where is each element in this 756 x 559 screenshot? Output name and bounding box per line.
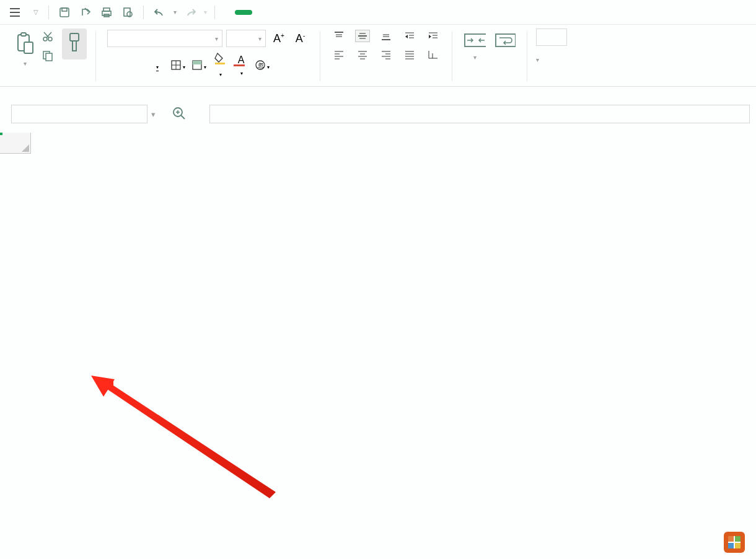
zoom-icon[interactable] — [172, 107, 186, 122]
annotation-arrow — [90, 374, 288, 511]
tab-developer[interactable] — [460, 9, 470, 16]
svg-rect-26 — [215, 63, 225, 64]
align-bottom-button[interactable] — [379, 30, 393, 42]
separator — [527, 32, 527, 81]
svg-rect-18 — [46, 53, 52, 61]
hamburger-icon[interactable] — [6, 6, 24, 19]
svg-rect-11 — [21, 33, 26, 36]
ribbon: ▾ — [0, 25, 756, 87]
redo-icon[interactable] — [182, 6, 199, 19]
alignment-group — [323, 29, 449, 62]
copy-button[interactable] — [40, 49, 59, 64]
tab-formula[interactable] — [324, 9, 334, 16]
underline-button[interactable]: ▾ — [149, 60, 164, 73]
increase-font-button[interactable]: A+ — [270, 31, 288, 46]
fill-color-button[interactable]: ▾ — [213, 52, 227, 81]
menu-tabs — [235, 9, 470, 16]
cut-button[interactable] — [40, 30, 59, 45]
separator — [214, 6, 215, 19]
chevron-down-icon: ▾ — [258, 35, 262, 42]
font-color-button[interactable]: A ▾ — [234, 53, 248, 79]
tab-security[interactable] — [433, 9, 443, 16]
svg-rect-72 — [735, 536, 741, 542]
logo-icon — [724, 532, 745, 553]
svg-rect-6 — [102, 11, 111, 15]
separator — [143, 6, 144, 19]
wrap-text-button[interactable] — [491, 29, 518, 55]
paste-button[interactable]: ▾ — [12, 29, 37, 70]
formula-bar-row: ▾ — [0, 102, 756, 126]
undo-icon[interactable] — [151, 6, 169, 19]
align-middle-button[interactable] — [355, 30, 370, 42]
tab-home[interactable] — [235, 10, 252, 15]
watermark — [724, 532, 750, 553]
justify-button[interactable] — [402, 48, 417, 61]
tab-view[interactable] — [406, 9, 416, 16]
separator — [48, 6, 49, 19]
wrap-icon — [493, 31, 516, 50]
format-painter-button[interactable] — [62, 29, 87, 59]
tab-data[interactable] — [351, 9, 361, 16]
font-group: ▾ ▾ A+ A- ▾ ▾ ▾ ▾ — [99, 29, 317, 82]
svg-rect-12 — [24, 42, 33, 53]
svg-rect-20 — [73, 41, 76, 51]
cell-style-button[interactable]: ▾ — [191, 59, 206, 74]
svg-marker-69 — [91, 376, 115, 397]
print-preview-icon[interactable] — [120, 6, 136, 19]
name-box-dropdown[interactable]: ▾ — [147, 110, 159, 119]
tab-review[interactable] — [379, 9, 389, 16]
decrease-font-button[interactable]: A- — [292, 31, 309, 46]
currency-button[interactable]: ▾ — [536, 52, 539, 65]
svg-rect-25 — [193, 61, 201, 64]
svg-rect-71 — [728, 536, 734, 542]
increase-indent-button[interactable] — [426, 30, 441, 42]
merge-wrap-group: ▾ — [455, 29, 524, 64]
chevron-down-icon: ▾ — [215, 35, 218, 42]
align-top-button[interactable] — [332, 30, 346, 42]
svg-line-66 — [181, 115, 185, 119]
svg-rect-19 — [70, 33, 79, 41]
number-format-combo[interactable] — [536, 29, 567, 46]
print-icon[interactable] — [99, 6, 115, 19]
undo-dropdown-icon[interactable]: ▾ — [174, 9, 177, 15]
save-icon[interactable] — [56, 6, 73, 19]
phonetic-button[interactable]: 忽▾ — [255, 59, 270, 74]
top-menu-bar: ▽ ▾ ▾ — [0, 0, 756, 25]
number-format-group: ▾ — [530, 29, 573, 65]
borders-button[interactable]: ▾ — [170, 59, 185, 74]
svg-text:忽: 忽 — [257, 62, 264, 69]
svg-rect-3 — [60, 8, 69, 17]
select-all-button[interactable] — [0, 133, 31, 154]
separator — [95, 32, 96, 81]
merge-center-button[interactable]: ▾ — [461, 29, 488, 64]
font-size-combo[interactable]: ▾ — [226, 30, 266, 47]
separator — [452, 32, 452, 81]
clipboard-group: ▾ — [6, 29, 93, 70]
svg-rect-74 — [735, 543, 741, 548]
align-right-button[interactable] — [379, 48, 393, 61]
decrease-indent-button[interactable] — [402, 30, 417, 42]
align-center-button[interactable] — [355, 48, 370, 61]
separator — [320, 32, 320, 81]
svg-rect-4 — [62, 8, 67, 11]
brush-icon — [66, 31, 83, 55]
scissors-icon — [42, 31, 53, 44]
formula-input[interactable] — [209, 105, 750, 123]
tab-insert[interactable] — [270, 9, 279, 16]
svg-rect-73 — [728, 543, 734, 548]
font-name-combo[interactable]: ▾ — [107, 30, 222, 47]
tab-page-layout[interactable] — [297, 9, 307, 16]
copy-icon — [42, 50, 53, 63]
orientation-button[interactable] — [426, 48, 441, 61]
redo-dropdown-icon[interactable]: ▾ — [204, 9, 207, 15]
align-left-button[interactable] — [332, 48, 346, 61]
name-box[interactable] — [11, 105, 147, 123]
merge-icon — [464, 31, 486, 50]
chevron-down-icon: ▽ — [33, 9, 38, 15]
paste-icon — [15, 31, 35, 56]
merge-center-label: ▾ — [473, 52, 477, 61]
file-menu[interactable]: ▽ — [29, 7, 41, 17]
export-icon[interactable] — [77, 6, 94, 19]
paste-label: ▾ — [24, 58, 27, 68]
